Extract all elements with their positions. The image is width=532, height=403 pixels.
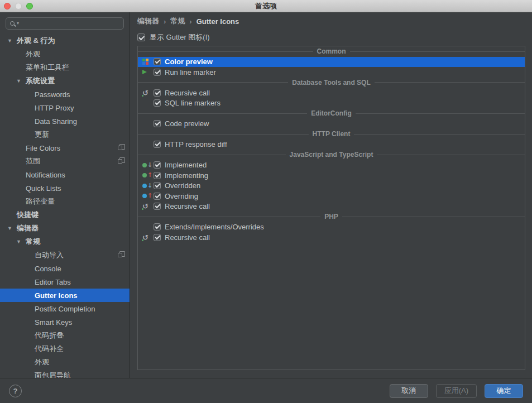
show-gutter-icons-option[interactable]: 显示 Gutter 图标(I): [137, 32, 525, 43]
cancel-button[interactable]: 取消: [390, 384, 428, 398]
http-response-diff-checkbox[interactable]: [154, 141, 161, 148]
gutter-row-color-preview[interactable]: Color preview: [138, 57, 525, 68]
recursive-call-php-checkbox[interactable]: [154, 234, 161, 241]
icon-placeholder: [142, 140, 154, 149]
zoom-button[interactable]: [26, 3, 33, 9]
breadcrumb-part-0[interactable]: 编辑器: [137, 16, 159, 26]
tree-expand-icon[interactable]: ▼: [7, 226, 17, 231]
group-title: Database Tools and SQL: [288, 79, 374, 87]
titlebar: 首选项: [0, 0, 532, 12]
sidebar-item-breadcrumbs[interactable]: 面包屑导航: [0, 369, 130, 378]
sql-line-markers-checkbox[interactable]: [154, 99, 161, 107]
overridden-checkbox[interactable]: [154, 182, 161, 189]
breadcrumb-separator: ›: [189, 17, 191, 26]
gutter-row-code-preview[interactable]: Code preview: [138, 119, 525, 129]
sidebar-item-system-settings[interactable]: ▼系统设置: [0, 74, 130, 88]
sidebar-item-keymap[interactable]: 快捷键: [0, 208, 130, 222]
sidebar-item-label: HTTP Proxy: [35, 104, 74, 112]
sidebar-item-editor[interactable]: ▼编辑器: [0, 222, 130, 235]
gutter-row-recursive-call-db[interactable]: ↺Recursive call: [138, 88, 525, 98]
sidebar-item-scopes[interactable]: 范围: [0, 155, 130, 168]
sidebar-item-general[interactable]: ▼常规: [0, 235, 130, 248]
group-header-common: Common: [138, 46, 525, 57]
color-preview-checkbox[interactable]: [154, 58, 161, 65]
recursive-call-js-checkbox[interactable]: [154, 203, 161, 210]
recursive-call-db-checkbox[interactable]: [154, 89, 161, 97]
implemented-checkbox[interactable]: [154, 161, 161, 169]
sidebar-item-label: 外观 & 行为: [17, 36, 55, 46]
minimize-button[interactable]: [15, 3, 22, 9]
sidebar-item-auto-import[interactable]: 自动导入: [0, 248, 130, 262]
gutter-row-extends-implements-overrides[interactable]: Extends/Implements/Overrides: [138, 222, 525, 233]
settings-page: 编辑器›常规›Gutter Icons 显示 Gutter 图标(I) Comm…: [130, 12, 532, 378]
gutter-row-sql-line-markers[interactable]: SQL line markers: [138, 98, 525, 109]
gutter-row-label: Recursive call: [165, 202, 210, 210]
sidebar-item-label: 编辑器: [17, 223, 39, 233]
recursive-call-db-icon: ↺: [142, 88, 154, 97]
show-gutter-icons-checkbox[interactable]: [137, 33, 145, 41]
implemented-icon: ↓: [142, 161, 154, 170]
sidebar-item-file-colors[interactable]: File Colors: [0, 141, 130, 155]
sidebar-item-notifications[interactable]: Notifications: [0, 168, 130, 181]
tree-expand-icon[interactable]: ▼: [7, 39, 17, 44]
sidebar-item-appearance[interactable]: 外观: [0, 47, 130, 61]
search-icon: [10, 21, 15, 26]
gutter-row-implementing[interactable]: ↑Implementing: [138, 170, 525, 181]
sidebar-item-http-proxy[interactable]: HTTP Proxy: [0, 101, 130, 114]
sidebar-item-console[interactable]: Console: [0, 262, 130, 275]
window-controls: [4, 0, 33, 12]
code-preview-checkbox[interactable]: [154, 120, 161, 127]
sidebar-item-passwords[interactable]: Passwords: [0, 88, 130, 101]
gutter-row-recursive-call-php[interactable]: ↺Recursive call: [138, 232, 525, 243]
gutter-row-overriding[interactable]: ↑Overriding: [138, 191, 525, 202]
sidebar-item-label: 面包屑导航: [35, 371, 71, 378]
apply-button[interactable]: 应用(A): [436, 384, 477, 398]
sidebar-item-editor-tabs[interactable]: Editor Tabs: [0, 275, 130, 289]
implementing-checkbox[interactable]: [154, 172, 161, 179]
extends-implements-overrides-checkbox[interactable]: [154, 223, 161, 231]
sidebar-item-updates[interactable]: 更新: [0, 128, 130, 141]
sidebar-item-data-sharing[interactable]: Data Sharing: [0, 114, 130, 128]
tree-expand-icon[interactable]: ▼: [16, 239, 26, 244]
gutter-row-overridden[interactable]: ↓Overridden: [138, 181, 525, 191]
breadcrumb-part-1[interactable]: 常规: [170, 16, 185, 26]
recursive-arrow-icon: ↺: [142, 203, 148, 210]
search-input[interactable]: ▾: [6, 17, 124, 30]
help-button[interactable]: ?: [9, 385, 22, 397]
sidebar-item-label: Data Sharing: [35, 117, 77, 126]
sidebar-item-label: 常规: [26, 237, 40, 247]
sidebar-item-editor-appearance[interactable]: 外观: [0, 356, 130, 369]
sidebar-item-label: 代码补全: [35, 344, 64, 354]
sidebar-item-appearance-behavior[interactable]: ▼外观 & 行为: [0, 34, 130, 47]
sidebar-item-code-folding[interactable]: 代码折叠: [0, 329, 130, 342]
sidebar-item-postfix-completion[interactable]: Postfix Completion: [0, 302, 130, 315]
project-level-icon: [118, 146, 122, 150]
group-title: JavaScript and TypeScript: [286, 151, 377, 159]
footer-buttons: 取消 应用(A) 确定: [390, 384, 523, 398]
sidebar-item-code-completion[interactable]: 代码补全: [0, 342, 130, 356]
gutter-row-implemented[interactable]: ↓Implemented: [138, 160, 525, 171]
color-cell: [142, 62, 145, 65]
search-options-caret-icon[interactable]: ▾: [17, 21, 19, 26]
gutter-row-recursive-call-js[interactable]: ↺Recursive call: [138, 202, 525, 212]
overriding-checkbox[interactable]: [154, 193, 161, 200]
sidebar-item-quick-lists[interactable]: Quick Lists: [0, 181, 130, 195]
gutter-row-label: Overridden: [165, 181, 200, 190]
sidebar-item-menus-toolbars[interactable]: 菜单和工具栏: [0, 61, 130, 74]
close-button[interactable]: [4, 3, 11, 9]
sidebar-item-label: 菜单和工具栏: [26, 63, 69, 73]
icon-placeholder: [142, 223, 154, 232]
sidebar-item-gutter-icons[interactable]: Gutter Icons: [0, 289, 130, 302]
run-line-marker-checkbox[interactable]: [154, 69, 161, 76]
overriding-disk-icon: [142, 194, 147, 198]
sidebar-item-smart-keys[interactable]: Smart Keys: [0, 315, 130, 329]
tree-expand-icon[interactable]: ▼: [16, 79, 26, 84]
recursive-arrow-icon: ↺: [142, 89, 148, 97]
gutter-row-http-response-diff[interactable]: HTTP response diff: [138, 140, 525, 150]
gutter-row-label: Run line marker: [165, 68, 216, 76]
gutter-row-label: Recursive call: [165, 233, 210, 242]
gutter-row-run-line-marker[interactable]: Run line marker: [138, 67, 525, 78]
ok-button[interactable]: 确定: [485, 384, 523, 398]
sidebar-item-path-variables[interactable]: 路径变量: [0, 195, 130, 208]
sidebar-item-label: Console: [35, 265, 61, 273]
